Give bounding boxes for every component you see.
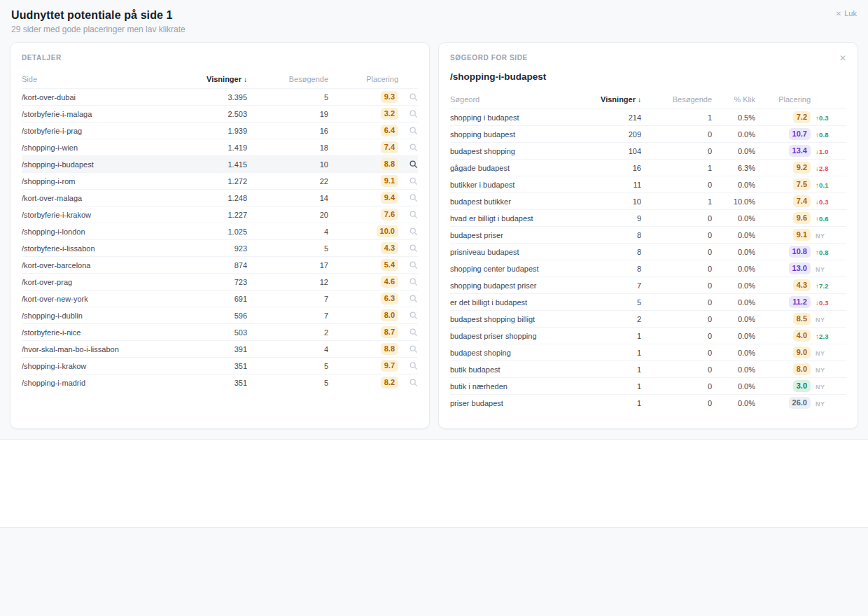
table-row[interactable]: /storbyferie-i-lissabon92354.3 xyxy=(22,239,418,256)
close-icon: ✕ xyxy=(839,53,846,63)
column-header-side[interactable]: Side xyxy=(22,75,169,83)
magnifier-icon[interactable] xyxy=(398,160,418,169)
magnifier-icon[interactable] xyxy=(398,277,418,286)
table-row[interactable]: /shopping-i-rom1.272229.1 xyxy=(22,172,418,189)
besogende-value: 0 xyxy=(641,265,712,273)
table-row[interactable]: /hvor-skal-man-bo-i-lissabon39148.8 xyxy=(22,340,418,357)
table-row: budapest shopping10400.0%13.4↓1.0 xyxy=(450,142,846,159)
keyword-text: budapest shopping billigt xyxy=(450,315,581,323)
besogende-value: 5 xyxy=(247,379,328,387)
magnifier-icon[interactable] xyxy=(398,193,418,202)
visninger-value: 1.415 xyxy=(169,160,247,169)
besogende-value: 19 xyxy=(247,110,328,118)
column-header-placering[interactable]: Placering xyxy=(328,75,398,83)
magnifier-icon[interactable] xyxy=(398,344,418,354)
panels-container: DETALJER Side Visninger↓ Besøgende Place… xyxy=(10,42,858,429)
placering-cell: 9.3 xyxy=(328,91,398,104)
magnifier-icon[interactable] xyxy=(398,210,418,219)
table-row[interactable]: /shopping-i-london1.025410.0 xyxy=(22,223,418,239)
table-row[interactable]: /kort-over-new-york69176.3 xyxy=(22,290,418,307)
magnifier-icon[interactable] xyxy=(398,378,418,387)
besogende-value: 0 xyxy=(641,214,712,223)
change-cell: ↓0.3 xyxy=(811,197,846,206)
page-path: /shopping-i-wien xyxy=(22,144,169,152)
besogende-value: 5 xyxy=(247,93,328,102)
placering-cell: 13.0 xyxy=(755,262,811,275)
placering-cell: 8.8 xyxy=(328,343,398,356)
magnifier-icon[interactable] xyxy=(398,227,418,236)
visninger-value: 8 xyxy=(581,248,641,256)
close-keyword-panel-button[interactable]: ✕ xyxy=(839,54,846,62)
table-row[interactable]: /kort-over-malaga1.248149.4 xyxy=(22,189,418,206)
page-path: /shopping-i-rom xyxy=(22,177,169,186)
visninger-value: 923 xyxy=(169,244,247,253)
placering-cell: 8.7 xyxy=(328,326,398,339)
visninger-value: 104 xyxy=(581,147,641,155)
column-header-besogende[interactable]: Besøgende xyxy=(247,75,328,83)
column-header-visninger[interactable]: Visninger↓ xyxy=(581,95,641,104)
table-row[interactable]: /shopping-i-wien1.419187.4 xyxy=(22,139,418,155)
magnifier-icon[interactable] xyxy=(398,328,418,337)
besogende-value: 0 xyxy=(641,382,712,391)
klik-value: 0.0% xyxy=(712,281,755,290)
column-header-sogeord[interactable]: Søgeord xyxy=(450,95,581,104)
page-path: /storbyferie-i-krakow xyxy=(22,211,169,219)
rank-down-indicator: ↓2.8 xyxy=(816,164,829,172)
change-cell: ↑0.8 xyxy=(811,248,846,256)
table-row: shopping budapest priser700.0%4.3↑7.2 xyxy=(450,276,846,293)
table-row[interactable]: /shopping-i-krakow35159.7 xyxy=(22,357,418,374)
column-header-klik[interactable]: % Klik xyxy=(712,95,755,104)
table-row: budapest butikker10110.0%7.4↓0.3 xyxy=(450,192,846,209)
magnifier-icon[interactable] xyxy=(398,109,418,118)
magnifier-icon[interactable] xyxy=(398,143,418,152)
column-header-besogende[interactable]: Besøgende xyxy=(641,95,712,104)
column-header-visninger[interactable]: Visninger↓ xyxy=(169,75,247,83)
close-section-button[interactable]: ✕ Luk xyxy=(836,9,857,18)
magnifier-icon[interactable] xyxy=(398,126,418,135)
table-row: hvad er billigt i budapest900.0%9.6↑0.6 xyxy=(450,209,846,226)
placering-badge: 7.2 xyxy=(793,111,811,124)
magnifier-icon[interactable] xyxy=(398,176,418,186)
table-row[interactable]: /storbyferie-i-prag1.939166.4 xyxy=(22,122,418,139)
column-header-placering[interactable]: Placering xyxy=(755,95,811,104)
footer-band xyxy=(0,528,868,616)
magnifier-icon[interactable] xyxy=(398,311,418,320)
visninger-value: 1.272 xyxy=(169,177,247,186)
klik-value: 0.0% xyxy=(712,231,755,239)
table-row[interactable]: /shopping-i-dublin59678.0 xyxy=(22,307,418,323)
magnifier-icon[interactable] xyxy=(398,260,418,270)
change-cell: ↑2.3 xyxy=(811,332,846,340)
page-subtitle: 29 sider med gode placeringer men lav kl… xyxy=(11,24,857,34)
table-row[interactable]: /kort-over-prag723124.6 xyxy=(22,273,418,290)
placering-cell: 4.3 xyxy=(755,279,811,292)
besogende-value: 0 xyxy=(641,181,712,189)
page-path: /storbyferie-i-prag xyxy=(22,127,169,135)
page-title: Uudnyttet potentiale på side 1 xyxy=(11,9,857,22)
section-header: Uudnyttet potentiale på side 1 29 sider … xyxy=(0,0,868,42)
table-row[interactable]: /shopping-i-budapest1.415108.8 xyxy=(22,155,418,172)
magnifier-icon[interactable] xyxy=(398,92,418,102)
rank-down-indicator: ↓1.0 xyxy=(816,148,829,155)
table-row[interactable]: /kort-over-dubai3.39559.3 xyxy=(22,88,418,105)
table-row[interactable]: /storbyferie-i-krakow1.227207.6 xyxy=(22,206,418,223)
magnifier-icon[interactable] xyxy=(398,361,418,370)
placering-badge: 10.8 xyxy=(789,246,811,258)
placering-cell: 8.8 xyxy=(328,158,398,171)
table-row[interactable]: /shopping-i-madrid35158.2 xyxy=(22,374,418,391)
placering-badge: 6.3 xyxy=(381,293,398,305)
table-row[interactable]: /storbyferie-i-malaga2.503193.2 xyxy=(22,105,418,122)
visninger-value: 2.503 xyxy=(169,110,247,118)
visninger-value: 11 xyxy=(581,181,641,189)
table-row[interactable]: /storbyferie-i-nice50328.7 xyxy=(22,323,418,340)
visninger-value: 9 xyxy=(581,214,641,223)
visninger-value: 209 xyxy=(581,130,641,139)
table-row: er det billigt i budapest500.0%11.2↓0.3 xyxy=(450,293,846,310)
magnifier-icon[interactable] xyxy=(398,294,418,303)
table-row[interactable]: /kort-over-barcelona874175.4 xyxy=(22,256,418,273)
placering-badge: 13.4 xyxy=(789,145,811,158)
keyword-text: priser budapest xyxy=(450,399,581,407)
magnifier-icon[interactable] xyxy=(398,244,418,253)
rank-up-indicator: ↑2.3 xyxy=(816,332,829,340)
page-path: /kort-over-malaga xyxy=(22,194,169,202)
visninger-value: 10 xyxy=(581,197,641,206)
